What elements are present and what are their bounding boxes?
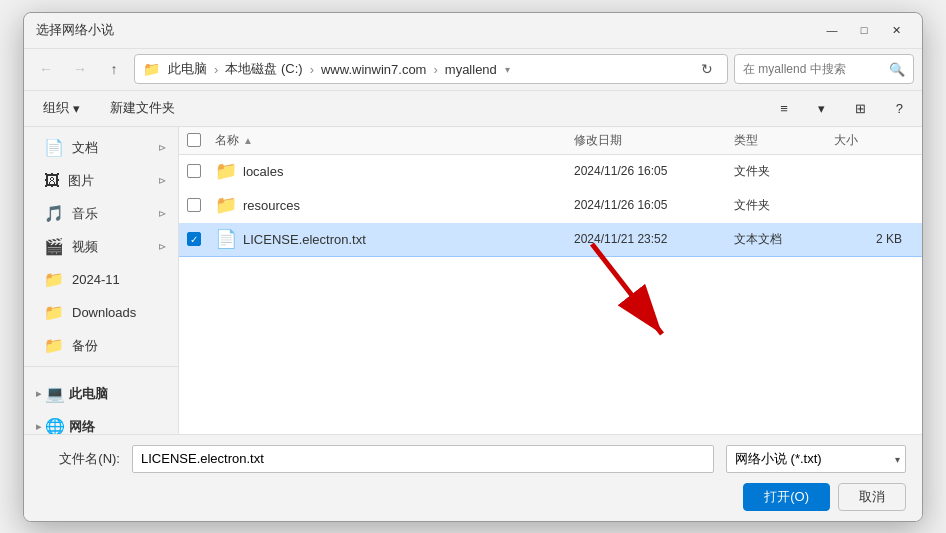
- filename-input[interactable]: [132, 445, 714, 473]
- network-icon: 🌐: [45, 417, 65, 434]
- file-date-license: 2024/11/21 23:52: [574, 232, 734, 246]
- network-expand-icon: ▸: [36, 421, 41, 432]
- filetype-wrapper: 网络小说 (*.txt) ▾: [726, 445, 906, 473]
- search-icon: 🔍: [889, 62, 905, 77]
- sidebar-label-documents: 文档: [72, 139, 150, 157]
- cancel-button[interactable]: 取消: [838, 483, 906, 511]
- file-area: 名称 ▲ 修改日期 类型 大小: [179, 127, 922, 434]
- breadcrumb-site[interactable]: www.winwin7.com: [317, 60, 430, 79]
- breadcrumb-pc[interactable]: 此电脑: [164, 58, 211, 80]
- breadcrumb-folder[interactable]: myallend: [441, 60, 501, 79]
- select-all-checkbox[interactable]: [187, 133, 201, 147]
- folder-icon-locales: 📁: [215, 160, 237, 182]
- file-size-license: 2 KB: [834, 232, 914, 246]
- file-list-header: 名称 ▲ 修改日期 类型 大小: [179, 127, 922, 155]
- refresh-button[interactable]: ↻: [695, 57, 719, 81]
- folder-icon: 📁: [143, 61, 160, 77]
- column-date-header[interactable]: 修改日期: [574, 132, 734, 149]
- sidebar-group-this-pc[interactable]: ▸ 💻 此电脑: [28, 378, 174, 410]
- col-type-label: 类型: [734, 132, 758, 149]
- sidebar-label-videos: 视频: [72, 238, 150, 256]
- file-type-locales: 文件夹: [734, 163, 834, 180]
- downloads-folder-icon: 📁: [44, 303, 64, 322]
- breadcrumb-dropdown-icon[interactable]: ▾: [503, 62, 512, 77]
- new-folder-button[interactable]: 新建文件夹: [99, 95, 186, 121]
- dialog-title: 选择网络小说: [36, 21, 818, 39]
- help-button[interactable]: ?: [885, 95, 914, 121]
- row-checkbox-license[interactable]: ✓: [187, 232, 201, 246]
- sidebar-label-this-pc: 此电脑: [69, 385, 108, 403]
- breadcrumb-drive[interactable]: 本地磁盘 (C:): [221, 58, 306, 80]
- filename-row: 文件名(N): 网络小说 (*.txt) ▾: [40, 445, 906, 473]
- new-folder-label: 新建文件夹: [110, 99, 175, 117]
- sidebar-label-downloads: Downloads: [72, 305, 166, 320]
- file-list: 📁 locales 2024/11/26 16:05 文件夹 📁 resourc…: [179, 155, 922, 434]
- table-row[interactable]: 📁 locales 2024/11/26 16:05 文件夹: [179, 155, 922, 189]
- bottom-bar: 文件名(N): 网络小说 (*.txt) ▾ 打开(O) 取消: [24, 434, 922, 521]
- organize-arrow-icon: ▾: [73, 101, 80, 116]
- header-checkbox: [187, 133, 215, 147]
- sidebar: 📄 文档 ⊳ 🖼 图片 ⊳ 🎵 音乐 ⊳ 🎬 视频 ⊳ 📁 2024-: [24, 127, 179, 434]
- expand-icon: ▸: [36, 388, 41, 399]
- search-input[interactable]: [743, 62, 885, 76]
- file-icon-license: 📄: [215, 228, 237, 250]
- column-type-header[interactable]: 类型: [734, 132, 834, 149]
- sidebar-group-network[interactable]: ▸ 🌐 网络: [28, 411, 174, 434]
- music-pin-icon: ⊳: [158, 208, 166, 219]
- view-grid-button[interactable]: ⊞: [844, 95, 877, 121]
- file-date-resources: 2024/11/26 16:05: [574, 198, 734, 212]
- minimize-button[interactable]: —: [818, 19, 846, 41]
- videos-icon: 🎬: [44, 237, 64, 256]
- sidebar-item-backup[interactable]: 📁 备份: [28, 330, 174, 362]
- sidebar-item-pictures[interactable]: 🖼 图片 ⊳: [28, 165, 174, 197]
- file-name-license: LICENSE.electron.txt: [243, 232, 574, 247]
- pictures-icon: 🖼: [44, 172, 60, 190]
- backup-icon: 📁: [44, 336, 64, 355]
- file-name-locales: locales: [243, 164, 574, 179]
- file-type-license: 文本文档: [734, 231, 834, 248]
- 2024-11-icon: 📁: [44, 270, 64, 289]
- table-row[interactable]: ✓ 📄 LICENSE.electron.txt 2024/11/21 23:5…: [179, 223, 922, 257]
- this-pc-icon: 💻: [45, 384, 65, 403]
- filetype-select[interactable]: 网络小说 (*.txt): [726, 445, 906, 473]
- view-list-button[interactable]: ≡: [769, 95, 799, 121]
- name-sort-icon: ▲: [243, 135, 253, 146]
- sidebar-label-backup: 备份: [72, 337, 166, 355]
- column-name-header[interactable]: 名称 ▲: [215, 132, 574, 149]
- row-checkbox-locales[interactable]: [187, 164, 201, 178]
- sidebar-label-pictures: 图片: [68, 172, 150, 190]
- sidebar-item-downloads[interactable]: 📁 Downloads: [28, 297, 174, 329]
- sidebar-item-music[interactable]: 🎵 音乐 ⊳: [28, 198, 174, 230]
- documents-pin-icon: ⊳: [158, 142, 166, 153]
- close-button[interactable]: ✕: [882, 19, 910, 41]
- documents-icon: 📄: [44, 138, 64, 157]
- file-type-resources: 文件夹: [734, 197, 834, 214]
- col-date-label: 修改日期: [574, 132, 622, 149]
- file-name-resources: resources: [243, 198, 574, 213]
- sidebar-item-documents[interactable]: 📄 文档 ⊳: [28, 132, 174, 164]
- breadcrumb: 此电脑 › 本地磁盘 (C:) › www.winwin7.com › myal…: [164, 58, 691, 80]
- col-size-label: 大小: [834, 132, 858, 149]
- sidebar-label-2024-11: 2024-11: [72, 272, 166, 287]
- sidebar-label-network: 网络: [69, 418, 95, 434]
- view-dropdown-button[interactable]: ▾: [807, 95, 836, 121]
- col-name-label: 名称: [215, 132, 239, 149]
- sidebar-label-music: 音乐: [72, 205, 150, 223]
- up-button[interactable]: ↑: [100, 55, 128, 83]
- column-size-header[interactable]: 大小: [834, 132, 914, 149]
- sidebar-item-2024-11[interactable]: 📁 2024-11: [28, 264, 174, 296]
- table-row[interactable]: 📁 resources 2024/11/26 16:05 文件夹: [179, 189, 922, 223]
- open-button[interactable]: 打开(O): [743, 483, 830, 511]
- action-row: 打开(O) 取消: [40, 483, 906, 511]
- videos-pin-icon: ⊳: [158, 241, 166, 252]
- folder-icon-resources: 📁: [215, 194, 237, 216]
- forward-button[interactable]: →: [66, 55, 94, 83]
- back-button[interactable]: ←: [32, 55, 60, 83]
- sidebar-item-videos[interactable]: 🎬 视频 ⊳: [28, 231, 174, 263]
- row-checkbox-resources[interactable]: [187, 198, 201, 212]
- filename-label: 文件名(N):: [40, 450, 120, 468]
- search-box: 🔍: [734, 54, 914, 84]
- maximize-button[interactable]: □: [850, 19, 878, 41]
- organize-button[interactable]: 组织 ▾: [32, 95, 91, 121]
- file-date-locales: 2024/11/26 16:05: [574, 164, 734, 178]
